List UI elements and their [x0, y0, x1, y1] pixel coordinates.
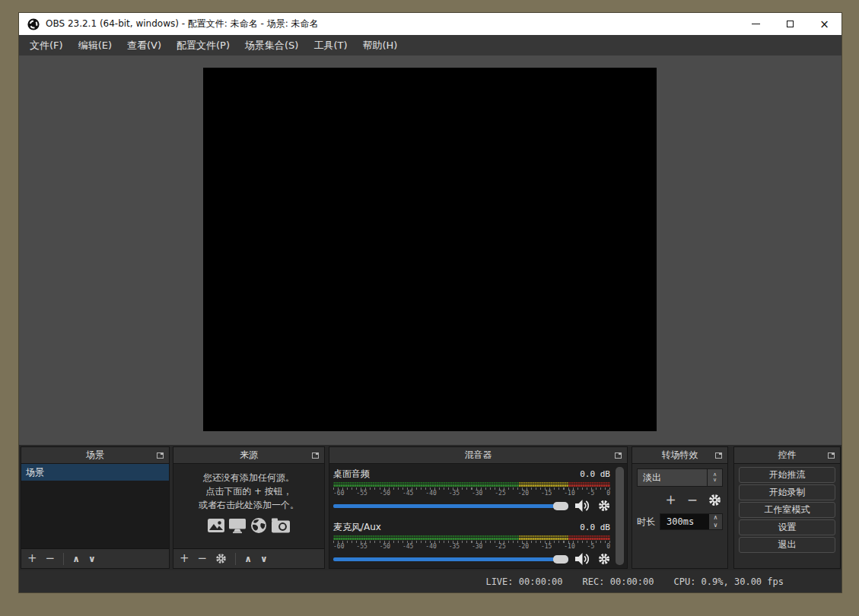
camera-source-icon [271, 517, 291, 534]
transitions-body: 淡出 ∧ ∨ + − 时长 300ms [632, 464, 727, 568]
minimize-icon [752, 24, 760, 24]
mixer-body: 桌面音频 0.0 dB -60-55-50-45-40-35-30-25-20-… [329, 464, 627, 568]
menu-tools[interactable]: 工具(T) [306, 35, 355, 56]
mixer-panel-header[interactable]: 混音器 [329, 447, 627, 464]
volume-slider[interactable] [333, 504, 568, 508]
add-source-button[interactable]: + [180, 553, 189, 564]
sources-empty-area[interactable]: 您还没有添加任何源。 点击下面的 + 按钮， 或者右击此处添加一个。 [173, 464, 324, 548]
scene-list-item-selected[interactable]: 场景 [21, 464, 169, 481]
source-down-button[interactable]: ∨ [260, 554, 268, 564]
dock-panels-row: 场景 场景 + − ∧ ∨ 来源 您还没有添加任何源。 点击下面的 + 按 [19, 445, 842, 570]
meter-tick-labels: -60-55-50-45-40-35-30-25-20-15-10-50 [333, 491, 610, 497]
status-bar: LIVE: 00:00:00 REC: 00:00:00 CPU: 0.9%, … [19, 570, 842, 592]
menu-view[interactable]: 查看(V) [119, 35, 169, 56]
obs-logo-icon [27, 18, 40, 30]
start-recording-button[interactable]: 开始录制 [739, 484, 835, 500]
mixer-panel: 混音器 桌面音频 0.0 dB -60-55-50-45-40-35-30-25… [329, 446, 628, 569]
remove-source-button[interactable]: − [198, 553, 208, 564]
channel-volume-db: 0.0 dB [580, 522, 610, 532]
mixer-channel-mic-aux: 麦克风/Aux 0.0 dB -60-55-50-45-40-35-30-25-… [333, 521, 610, 565]
sources-panel-title: 来源 [240, 449, 258, 462]
float-dock-icon[interactable] [157, 452, 164, 459]
scenes-panel: 场景 场景 + − ∧ ∨ [21, 446, 170, 569]
sources-panel-header[interactable]: 来源 [173, 447, 324, 464]
volume-slider[interactable] [333, 557, 568, 561]
sources-toolbar: + − ∧ ∨ [173, 548, 324, 568]
cpu-fps-stats: CPU: 0.9%, 30.00 fps [674, 576, 784, 587]
live-time: LIVE: 00:00:00 [485, 576, 562, 587]
duration-increment-button[interactable]: ∧ [709, 514, 722, 522]
volume-slider-handle[interactable] [553, 555, 568, 564]
toolbar-separator [63, 553, 64, 565]
obs-window: OBS 23.2.1 (64-bit, windows) - 配置文件: 未命名… [19, 13, 842, 592]
window-title: OBS 23.2.1 (64-bit, windows) - 配置文件: 未命名… [46, 17, 319, 30]
transition-properties-gear-icon[interactable] [708, 494, 721, 506]
exit-button[interactable]: 退出 [739, 537, 835, 553]
transition-select-spinner[interactable]: ∧ ∨ [707, 469, 722, 486]
controls-panel: 控件 开始推流 开始录制 工作室模式 设置 退出 [733, 446, 841, 569]
transitions-panel: 转场特效 淡出 ∧ ∨ + − [632, 446, 728, 569]
controls-body: 开始推流 开始录制 工作室模式 设置 退出 [734, 464, 840, 568]
scene-up-button[interactable]: ∧ [72, 554, 80, 564]
title-bar[interactable]: OBS 23.2.1 (64-bit, windows) - 配置文件: 未命名… [19, 13, 842, 35]
channel-settings-gear-icon[interactable] [598, 500, 610, 512]
transitions-panel-title: 转场特效 [662, 449, 698, 462]
close-button[interactable]: × [807, 13, 842, 35]
display-source-icon [228, 517, 247, 534]
duration-decrement-button[interactable]: ∨ [709, 522, 722, 529]
studio-mode-button[interactable]: 工作室模式 [739, 502, 835, 518]
preview-area [19, 56, 842, 445]
volume-slider-handle[interactable] [553, 502, 568, 510]
minimize-button[interactable] [739, 13, 773, 35]
mixer-scrollbar[interactable] [616, 467, 624, 565]
mixer-channel-desktop-audio: 桌面音频 0.0 dB -60-55-50-45-40-35-30-25-20-… [333, 468, 610, 512]
remove-transition-button[interactable]: − [687, 494, 698, 506]
menu-file[interactable]: 文件(F) [22, 35, 71, 56]
menu-scene-collection[interactable]: 场景集合(S) [237, 35, 306, 56]
transition-select[interactable]: 淡出 ∧ ∨ [637, 468, 723, 487]
float-dock-icon[interactable] [312, 452, 319, 459]
toolbar-separator [235, 553, 236, 565]
speaker-mute-button[interactable] [575, 500, 591, 512]
controls-panel-header[interactable]: 控件 [734, 447, 840, 464]
sources-hint-line-3: 或者右击此处添加一个。 [173, 498, 324, 512]
add-transition-button[interactable]: + [666, 494, 676, 506]
source-properties-gear-icon[interactable] [215, 553, 227, 564]
duration-label: 时长 [637, 516, 655, 529]
source-up-button[interactable]: ∧ [244, 554, 252, 564]
scenes-panel-title: 场景 [86, 449, 104, 462]
globe-source-icon [250, 517, 268, 534]
speaker-mute-button[interactable] [575, 553, 591, 565]
sources-hint-line-1: 您还没有添加任何源。 [173, 471, 324, 484]
settings-button[interactable]: 设置 [739, 519, 835, 535]
menu-profile[interactable]: 配置文件(P) [169, 35, 237, 56]
preview-canvas[interactable] [203, 68, 657, 431]
controls-panel-title: 控件 [778, 449, 797, 462]
menu-help[interactable]: 帮助(H) [355, 35, 406, 56]
scene-down-button[interactable]: ∨ [88, 554, 96, 564]
volume-meter: -60-55-50-45-40-35-30-25-20-15-10-50 [333, 482, 610, 497]
transition-selected-value: 淡出 [638, 472, 707, 484]
float-dock-icon[interactable] [615, 452, 622, 459]
transitions-panel-header[interactable]: 转场特效 [632, 447, 727, 464]
start-streaming-button[interactable]: 开始推流 [739, 467, 835, 483]
remove-scene-button[interactable]: − [46, 553, 56, 564]
menu-edit[interactable]: 编辑(E) [71, 35, 119, 56]
float-dock-icon[interactable] [715, 452, 722, 459]
image-source-icon [207, 517, 225, 534]
mixer-panel-title: 混音器 [465, 449, 492, 462]
source-type-icons [173, 517, 324, 534]
mixer-scrollbar-thumb[interactable] [616, 467, 624, 565]
scenes-panel-header[interactable]: 场景 [21, 447, 169, 464]
duration-value[interactable]: 300ms [660, 514, 709, 529]
float-dock-icon[interactable] [828, 452, 835, 459]
channel-settings-gear-icon[interactable] [598, 553, 610, 565]
duration-spinbox[interactable]: 300ms ∧ ∨ [660, 513, 723, 530]
chevron-down-icon: ∨ [713, 478, 717, 483]
add-scene-button[interactable]: + [27, 553, 37, 564]
sources-panel: 来源 您还没有添加任何源。 点击下面的 + 按钮， 或者右击此处添加一个。 [173, 446, 325, 569]
channel-volume-db: 0.0 dB [580, 469, 610, 479]
scene-list[interactable]: 场景 [21, 464, 169, 548]
maximize-button[interactable] [773, 13, 807, 35]
channel-name: 麦克风/Aux [333, 521, 381, 534]
